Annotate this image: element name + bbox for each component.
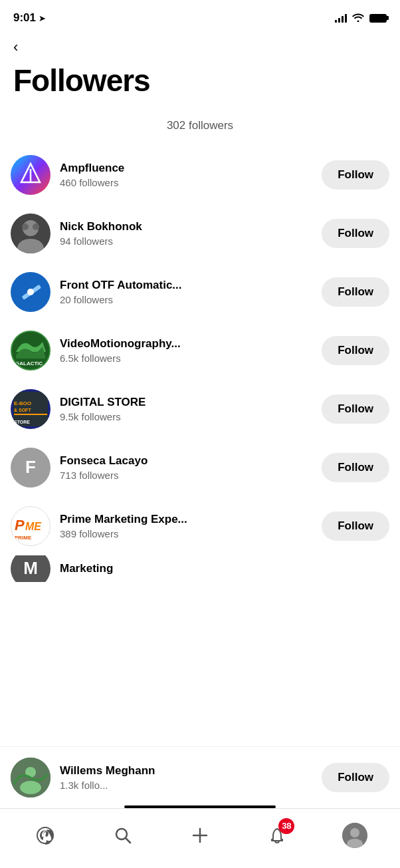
follower-name: DIGITAL STORE xyxy=(60,396,312,409)
follower-info: Front OTF Automatic... 20 followers xyxy=(60,279,312,305)
avatar: GALACTIC xyxy=(11,331,50,370)
follower-name: VideoMotionography... xyxy=(60,337,312,351)
svg-text:PRIME: PRIME xyxy=(15,535,32,541)
home-indicator xyxy=(124,805,276,808)
svg-text:ME: ME xyxy=(25,521,42,532)
list-item: E-BOO & SOFT STORE DIGITAL STORE 9.5k fo… xyxy=(11,380,389,438)
follower-count: 94 followers xyxy=(60,235,312,247)
follower-info: VideoMotionography... 6.5k followers xyxy=(60,337,312,364)
avatar-letter: M xyxy=(23,558,38,579)
time-display: 9:01 xyxy=(13,11,36,25)
follow-button[interactable]: Follow xyxy=(322,511,389,541)
follower-info: DIGITAL STORE 9.5k followers xyxy=(60,396,312,422)
follower-name: Willems Meghann xyxy=(60,764,312,778)
total-followers-count: 302 followers xyxy=(0,108,400,146)
nav-profile[interactable] xyxy=(335,815,375,855)
list-item: GALACTIC VideoMotionography... 6.5k foll… xyxy=(11,321,389,380)
follower-info: Nick Bokhonok 94 followers xyxy=(60,220,312,247)
follower-name: Marketing xyxy=(60,562,389,575)
profile-avatar xyxy=(342,823,367,848)
avatar-letter: F xyxy=(25,457,36,478)
follower-count: 1.3k follo... xyxy=(60,780,312,791)
list-item: M Marketing xyxy=(11,555,389,582)
svg-text:P: P xyxy=(15,517,25,533)
list-item: Nick Bokhonok 94 followers Follow xyxy=(11,204,389,263)
svg-text:GALACTIC: GALACTIC xyxy=(15,361,43,366)
svg-point-4 xyxy=(22,223,29,230)
bottom-peek: Willems Meghann 1.3k follo... Follow xyxy=(0,746,400,808)
svg-text:STORE: STORE xyxy=(14,420,30,424)
svg-text:& SOFT: & SOFT xyxy=(14,408,31,412)
avatar: F xyxy=(11,448,50,488)
follow-button[interactable]: Follow xyxy=(322,219,389,248)
wifi-icon xyxy=(352,13,364,24)
follower-count: 460 followers xyxy=(60,177,312,188)
follower-list: Ampfluence 460 followers Follow Nick Bok… xyxy=(0,146,400,582)
svg-point-32 xyxy=(20,781,41,794)
avatar xyxy=(11,272,50,312)
avatar xyxy=(11,155,50,195)
status-time: 9:01 ➤ xyxy=(13,11,46,25)
back-button[interactable]: ‹ xyxy=(0,33,400,59)
svg-point-28 xyxy=(350,828,359,837)
follow-button[interactable]: Follow xyxy=(322,763,389,792)
status-icons xyxy=(335,13,387,24)
follower-count: 6.5k followers xyxy=(60,353,312,364)
follower-info: Ampfluence 460 followers xyxy=(60,162,312,188)
nav-pinterest[interactable] xyxy=(25,815,65,855)
svg-rect-14 xyxy=(14,414,47,415)
follower-name: Fonseca Lacayo xyxy=(60,454,312,468)
list-item: F Fonseca Lacayo 713 followers Follow xyxy=(11,438,389,497)
follower-count: 9.5k followers xyxy=(60,411,312,422)
follower-name: Prime Marketing Expe... xyxy=(60,513,312,526)
avatar: P ME PRIME xyxy=(11,506,50,546)
svg-point-5 xyxy=(33,223,39,230)
bottom-nav: MnT y 38 xyxy=(0,808,400,868)
follow-button[interactable]: Follow xyxy=(322,277,389,307)
follower-info: Prime Marketing Expe... 389 followers xyxy=(60,513,312,539)
follower-info: Fonseca Lacayo 713 followers xyxy=(60,454,312,481)
nav-add[interactable] xyxy=(180,815,220,855)
page-title: Followers xyxy=(0,59,400,108)
follower-name: Nick Bokhonok xyxy=(60,220,312,233)
notification-count: 38 xyxy=(282,821,291,831)
follower-name: Ampfluence xyxy=(60,162,312,175)
nav-notifications[interactable]: 38 xyxy=(257,815,297,855)
avatar xyxy=(11,214,50,253)
svg-line-24 xyxy=(126,838,130,843)
avatar xyxy=(11,758,50,797)
list-item: P ME PRIME Prime Marketing Expe... 389 f… xyxy=(11,497,389,555)
follower-count: 713 followers xyxy=(60,470,312,481)
back-icon: ‹ xyxy=(13,39,18,55)
svg-text:E-BOO: E-BOO xyxy=(14,400,31,406)
svg-point-7 xyxy=(27,289,34,295)
location-icon: ➤ xyxy=(39,13,46,23)
notification-badge: 38 xyxy=(278,818,294,834)
follower-info: Willems Meghann 1.3k follo... xyxy=(60,764,312,791)
list-item: Willems Meghann 1.3k follo... Follow xyxy=(11,752,389,803)
follow-button[interactable]: Follow xyxy=(322,394,389,424)
follower-count: 389 followers xyxy=(60,528,312,539)
list-item: Front OTF Automatic... 20 followers Foll… xyxy=(11,263,389,321)
follower-info: Marketing xyxy=(60,562,389,575)
avatar: M xyxy=(11,555,50,582)
status-bar: 9:01 ➤ xyxy=(0,0,400,33)
follow-button[interactable]: Follow xyxy=(322,336,389,365)
follower-name: Front OTF Automatic... xyxy=(60,279,312,292)
list-item: Ampfluence 460 followers Follow xyxy=(11,146,389,204)
battery-icon xyxy=(369,14,387,23)
follow-button[interactable]: Follow xyxy=(322,160,389,190)
follower-count: 20 followers xyxy=(60,294,312,305)
follow-button[interactable]: Follow xyxy=(322,453,389,482)
svg-point-3 xyxy=(17,239,44,253)
nav-search[interactable] xyxy=(103,815,143,855)
signal-icon xyxy=(335,13,347,23)
avatar: E-BOO & SOFT STORE xyxy=(11,389,50,429)
